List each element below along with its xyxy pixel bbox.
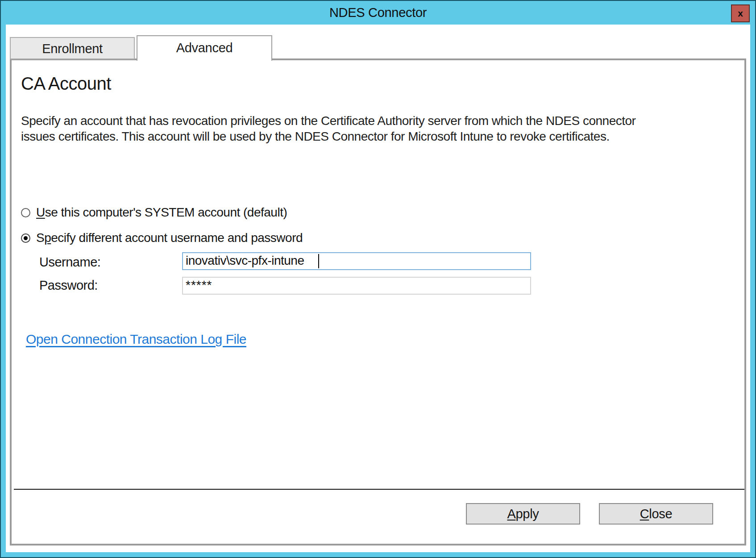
password-label: Password:	[39, 278, 98, 293]
close-button-label: lose	[649, 507, 672, 521]
radio-system-label-accel: U	[36, 205, 45, 219]
password-input[interactable]	[182, 277, 531, 295]
radio-specify-label-accel: p	[44, 231, 51, 245]
apply-button-accel: A	[507, 507, 515, 521]
ca-account-description: Specify an account that has revocation p…	[21, 113, 655, 144]
close-button[interactable]: Close	[599, 503, 713, 525]
apply-button-label: pply	[516, 507, 539, 521]
open-transaction-log-link[interactable]: Open Connection Transaction Log File	[26, 332, 246, 347]
radio-specify-label-post: ecify different account username and pas…	[51, 231, 303, 245]
radio-selected-icon[interactable]	[21, 233, 30, 243]
radio-specify-account[interactable]: Specify different account username and p…	[21, 231, 303, 245]
radio-system-label-post: se this computer's SYSTEM account (defau…	[45, 205, 287, 219]
window-title: NDES Connector	[329, 5, 427, 20]
window-close-button[interactable]: x	[731, 4, 750, 22]
ndes-connector-window: NDES Connector x Enrollment Advanced CA …	[0, 0, 756, 558]
footer-divider	[14, 489, 744, 490]
tab-enrollment[interactable]: Enrollment	[10, 37, 135, 59]
username-label: Username:	[39, 255, 100, 270]
close-icon: x	[738, 8, 743, 18]
dialog-body: Enrollment Advanced CA Account Specify a…	[6, 25, 750, 552]
window-titlebar: NDES Connector	[1, 1, 755, 25]
radio-system-account[interactable]: Use this computer's SYSTEM account (defa…	[21, 205, 287, 220]
username-input[interactable]	[182, 252, 531, 270]
tab-advanced[interactable]: Advanced	[137, 35, 272, 61]
text-caret	[318, 254, 319, 268]
radio-system-account-label: Use this computer's SYSTEM account (defa…	[36, 205, 287, 220]
radio-unselected-icon[interactable]	[21, 208, 30, 217]
close-button-accel: C	[640, 507, 649, 521]
radio-specify-account-label: Specify different account username and p…	[36, 231, 303, 245]
radio-specify-label-pre: S	[36, 231, 44, 245]
page-title: CA Account	[21, 74, 111, 94]
apply-button[interactable]: Apply	[466, 503, 580, 525]
tab-enrollment-label: Enrollment	[42, 42, 103, 56]
tab-advanced-label: Advanced	[176, 41, 233, 55]
